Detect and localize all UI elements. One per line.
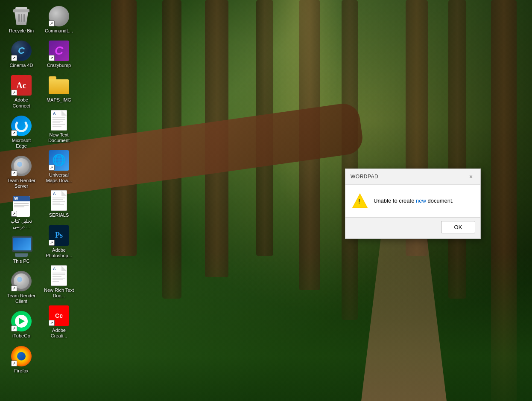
maps-img-icon-wrap [49,75,69,96]
serials-icon: A [51,190,67,211]
dialog-message: Unable to create new document. [374,197,453,205]
adobe-ps-label: Adobe Photoshop... [44,247,74,259]
desktop-icon-recycle-bin[interactable]: Recycle Bin [4,4,38,35]
desktop-icon-new-rich-text[interactable]: A New Rich Text Doc... [42,264,76,300]
dialog-title: WORDPAD [351,174,378,180]
warning-exclamation: ! [358,198,360,204]
dialog-footer: OK [345,218,480,238]
ok-button[interactable]: OK [441,221,475,233]
quran-label: تحلیل کتاب درسی ... [6,218,37,230]
dialog-content: ! Unable to create new document. [345,185,480,217]
desktop-icon-serials[interactable]: A SERIALS [42,189,76,220]
team-render-client-icon-wrap: ↗ [11,271,32,291]
edge-icon-wrap: ↗ [11,116,32,136]
edge-label: Microsoft Edge [6,138,37,149]
firefox-icon-wrap: ↗ [11,346,32,366]
cinema4d-icon-wrap: ↗ [11,41,32,61]
desktop-icon-quran[interactable]: W ↗ تحلیل کتاب درسی ... [4,195,38,231]
maps-img-label: MAPS_IMG [47,97,71,103]
dialog-titlebar: WORDPAD × [345,169,480,185]
shortcut-arrow: ↗ [11,55,17,61]
shortcut-arrow-trc: ↗ [11,285,17,291]
thispc-label: This PC [13,259,29,264]
desktop-icon-crazybump[interactable]: C ↗ Crazybump [42,39,76,70]
team-render-client-label: Team Render Client [6,293,37,304]
thispc-icon [11,236,32,257]
wordpad-dialog: WORDPAD × ! Unable to create new documen… [345,169,481,239]
universal-maps-icon-wrap: 🌐 ↗ [49,150,69,171]
tree-trunk-1 [111,0,137,256]
desktop-icon-maps-img[interactable]: MAPS_IMG [42,73,76,105]
shortcut-arrow-edge: ↗ [11,130,17,136]
desktop-icon-firefox[interactable]: ↗ Firefox [4,344,38,375]
team-render-server-icon-wrap: ↗ [11,156,32,176]
adobe-cc-label: Adobe Creati... [44,328,74,339]
quran-icon-wrap: W ↗ [11,196,32,217]
thispc-icon-wrap [11,236,32,257]
shortcut-arrow-ps: ↗ [49,240,55,246]
shortcut-arrow-firefox: ↗ [11,360,17,366]
new-rich-text-icon: A [51,265,67,286]
desktop-icon-commandl[interactable]: ↗ CommandL... [42,4,76,35]
shortcut-arrow-trs: ↗ [11,170,17,176]
desktop-icon-adobe-connect[interactable]: Ac ↗ Adobe Connect [4,73,38,110]
shortcut-arrow-adobe: ↗ [11,90,17,96]
universal-maps-label: Universal Maps Dow... [44,172,74,183]
new-rich-text-icon-wrap: A [49,265,69,286]
new-text-doc-icon-wrap: A [49,110,69,131]
desktop-icon-edge[interactable]: ↗ Microsoft Edge [4,114,38,151]
new-text-doc-label: New Text Document [44,132,74,143]
serials-label: SERIALS [49,212,69,218]
dialog-close-button[interactable]: × [467,172,475,181]
shortcut-arrow-cc: ↗ [49,320,55,326]
tree-trunk-9 [491,0,517,401]
desktop-icon-new-text-doc[interactable]: A New Text Document [42,108,76,145]
desktop-icon-universal-maps[interactable]: 🌐 ↗ Universal Maps Dow... [42,148,76,185]
team-render-server-label: Team Render Server [6,178,37,189]
shortcut-arrow-itubego: ↗ [11,325,17,331]
desktop-icon-adobe-cc[interactable]: Cc ↗ Adobe Creati... [42,304,76,340]
commandl-icon-wrap: ↗ [49,6,69,26]
shortcut-arrow-cb: ↗ [49,55,55,61]
serials-icon-wrap: A [49,190,69,211]
desktop-icon-itubego[interactable]: ↗ iTubeGo [4,309,38,340]
itubego-label: iTubeGo [12,333,30,339]
shortcut-arrow-maps: ↗ [49,165,55,171]
recycle-bin-label: Recycle Bin [9,28,34,34]
dialog-message-link: new [416,198,426,204]
firefox-label: Firefox [14,368,29,374]
adobe-ps-icon-wrap: Ps ↗ [49,225,69,246]
maps-img-folder-icon [49,76,69,94]
desktop-icon-team-render-server[interactable]: ↗ Team Render Server [4,154,38,191]
desktop-icon-cinema4d[interactable]: ↗ Cinema 4D [4,39,38,70]
tree-trunk-6 [342,0,358,320]
adobe-connect-icon-wrap: Ac ↗ [11,75,32,96]
itubego-icon-wrap: ↗ [11,311,32,331]
warning-icon: ! [352,193,368,209]
desktop-icon-team-render-client[interactable]: ↗ Team Render Client [4,269,38,306]
new-text-doc-icon: A [51,110,67,131]
crazybump-label: Crazybump [47,63,71,68]
desktop-icon-thispc[interactable]: This PC [4,235,38,266]
adobe-connect-label: Adobe Connect [6,97,37,108]
crazybump-icon-wrap: C ↗ [49,41,69,61]
desktop-icons-container: Recycle Bin ↗ Cinema 4D Ac ↗ Adobe Conne… [0,0,77,401]
tree-trunk-8 [448,0,466,299]
shortcut-arrow-quran: ↗ [11,211,17,217]
cinema4d-label: Cinema 4D [9,63,33,68]
new-rich-text-label: New Rich Text Doc... [44,288,74,299]
commandl-label: CommandL... [45,28,73,34]
recycle-bin-icon [11,6,32,26]
adobe-cc-icon-wrap: Cc ↗ [49,305,69,326]
desktop-icon-adobe-ps[interactable]: Ps ↗ Adobe Photoshop... [42,224,76,260]
shortcut-arrow-cmd: ↗ [49,20,55,26]
